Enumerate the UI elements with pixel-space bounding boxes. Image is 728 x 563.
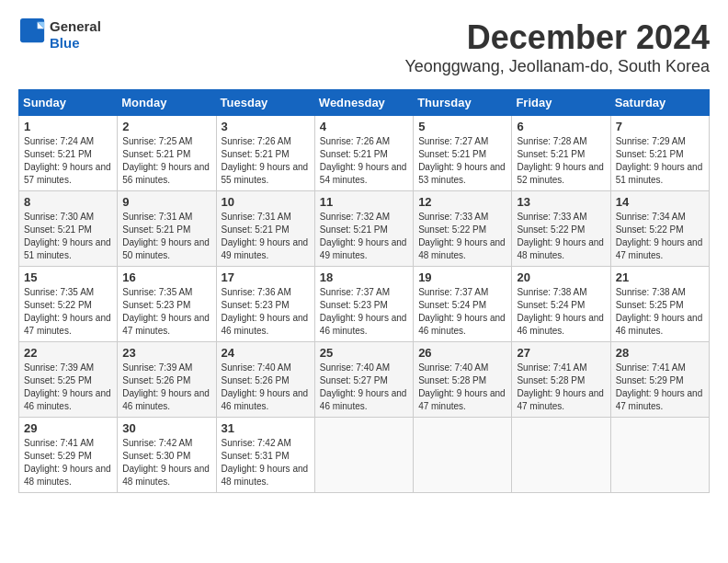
day-14: 14 Sunrise: 7:34 AMSunset: 5:22 PMDaylig… — [610, 191, 709, 267]
day-8: 8 Sunrise: 7:30 AMSunset: 5:21 PMDayligh… — [19, 191, 118, 267]
day-31: 31 Sunrise: 7:42 AMSunset: 5:31 PMDaylig… — [216, 418, 314, 493]
day-27: 27 Sunrise: 7:41 AMSunset: 5:28 PMDaylig… — [512, 342, 610, 418]
day-10: 10 Sunrise: 7:31 AMSunset: 5:21 PMDaylig… — [216, 191, 314, 267]
day-18: 18 Sunrise: 7:37 AMSunset: 5:23 PMDaylig… — [314, 267, 413, 342]
empty-cell-4 — [610, 418, 709, 493]
day-26: 26 Sunrise: 7:40 AMSunset: 5:28 PMDaylig… — [414, 342, 512, 418]
day-6: 6 Sunrise: 7:28 AMSunset: 5:21 PMDayligh… — [512, 116, 610, 191]
day-11: 11 Sunrise: 7:32 AMSunset: 5:21 PMDaylig… — [314, 191, 413, 267]
day-19: 19 Sunrise: 7:37 AMSunset: 5:24 PMDaylig… — [414, 267, 512, 342]
day-13: 13 Sunrise: 7:33 AMSunset: 5:22 PMDaylig… — [512, 191, 610, 267]
calendar-header: December 2024 Yeonggwang, Jeollanam-do, … — [404, 18, 710, 76]
day-2: 2 Sunrise: 7:25 AMSunset: 5:21 PMDayligh… — [118, 116, 216, 191]
col-tuesday: Tuesday — [216, 90, 314, 116]
day-3: 3 Sunrise: 7:26 AMSunset: 5:21 PMDayligh… — [216, 116, 314, 191]
location-subtitle: Yeonggwang, Jeollanam-do, South Korea — [404, 57, 710, 76]
day-21: 21 Sunrise: 7:38 AMSunset: 5:25 PMDaylig… — [610, 267, 709, 342]
calendar-table: Sunday Monday Tuesday Wednesday Thursday… — [18, 89, 710, 493]
month-year-title: December 2024 — [404, 18, 710, 57]
day-28: 28 Sunrise: 7:41 AMSunset: 5:29 PMDaylig… — [610, 342, 709, 418]
col-wednesday: Wednesday — [314, 90, 413, 116]
day-1: 1 Sunrise: 7:24 AMSunset: 5:21 PMDayligh… — [19, 116, 118, 191]
day-7: 7 Sunrise: 7:29 AMSunset: 5:21 PMDayligh… — [610, 116, 709, 191]
col-sunday: Sunday — [19, 90, 118, 116]
day-17: 17 Sunrise: 7:36 AMSunset: 5:23 PMDaylig… — [216, 267, 314, 342]
day-29: 29 Sunrise: 7:41 AMSunset: 5:29 PMDaylig… — [19, 418, 118, 493]
day-9: 9 Sunrise: 7:31 AMSunset: 5:21 PMDayligh… — [118, 191, 216, 267]
empty-cell-3 — [512, 418, 610, 493]
col-thursday: Thursday — [414, 90, 512, 116]
day-25: 25 Sunrise: 7:40 AMSunset: 5:27 PMDaylig… — [314, 342, 413, 418]
calendar-row-2: 8 Sunrise: 7:30 AMSunset: 5:21 PMDayligh… — [19, 191, 710, 267]
logo: General Blue — [18, 18, 101, 52]
logo-general-text: General — [50, 18, 101, 35]
day-16: 16 Sunrise: 7:35 AMSunset: 5:23 PMDaylig… — [118, 267, 216, 342]
day-20: 20 Sunrise: 7:38 AMSunset: 5:24 PMDaylig… — [512, 267, 610, 342]
empty-cell-1 — [314, 418, 413, 493]
calendar-row-5: 29 Sunrise: 7:41 AMSunset: 5:29 PMDaylig… — [19, 418, 710, 493]
day-4: 4 Sunrise: 7:26 AMSunset: 5:21 PMDayligh… — [314, 116, 413, 191]
day-23: 23 Sunrise: 7:39 AMSunset: 5:26 PMDaylig… — [118, 342, 216, 418]
day-30: 30 Sunrise: 7:42 AMSunset: 5:30 PMDaylig… — [118, 418, 216, 493]
generalblue-icon — [20, 18, 46, 44]
calendar-header-row: Sunday Monday Tuesday Wednesday Thursday… — [19, 90, 710, 116]
day-12: 12 Sunrise: 7:33 AMSunset: 5:22 PMDaylig… — [414, 191, 512, 267]
calendar-row-4: 22 Sunrise: 7:39 AMSunset: 5:25 PMDaylig… — [19, 342, 710, 418]
empty-cell-2 — [414, 418, 512, 493]
logo-blue-text: Blue — [50, 35, 101, 52]
calendar-row-1: 1 Sunrise: 7:24 AMSunset: 5:21 PMDayligh… — [19, 116, 710, 191]
day-22: 22 Sunrise: 7:39 AMSunset: 5:25 PMDaylig… — [19, 342, 118, 418]
col-monday: Monday — [118, 90, 216, 116]
col-friday: Friday — [512, 90, 610, 116]
day-24: 24 Sunrise: 7:40 AMSunset: 5:26 PMDaylig… — [216, 342, 314, 418]
calendar-row-3: 15 Sunrise: 7:35 AMSunset: 5:22 PMDaylig… — [19, 267, 710, 342]
day-5: 5 Sunrise: 7:27 AMSunset: 5:21 PMDayligh… — [414, 116, 512, 191]
day-15: 15 Sunrise: 7:35 AMSunset: 5:22 PMDaylig… — [19, 267, 118, 342]
col-saturday: Saturday — [610, 90, 709, 116]
